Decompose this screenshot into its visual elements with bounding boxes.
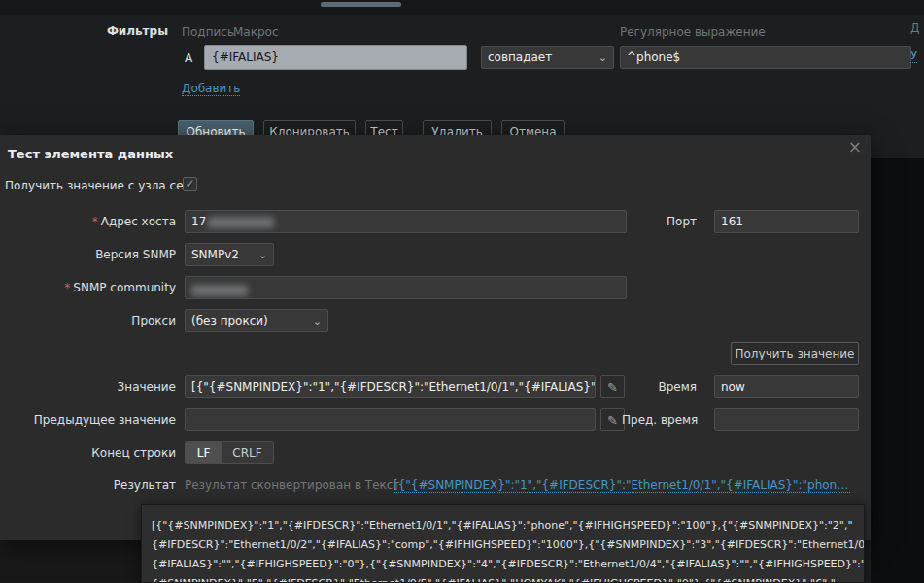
active-tab-indicator xyxy=(321,2,401,7)
chevron-down-icon: ⌄ xyxy=(258,250,267,260)
add-filter-link[interactable]: Добавить xyxy=(182,82,240,96)
page-bottom-area xyxy=(0,540,141,583)
previous-time-input[interactable] xyxy=(714,408,859,431)
chevron-down-icon: ⌄ xyxy=(599,52,607,63)
tooltip-line: {#SNMPINDEX}":"5","{#IFDESCR}":"Ethernet… xyxy=(152,574,854,583)
filter-operator-value: совпадает xyxy=(488,47,552,68)
proxy-select[interactable]: (без прокси) ⌄ xyxy=(185,309,328,332)
eol-option-lf[interactable]: LF xyxy=(186,442,222,463)
previous-value-input[interactable] xyxy=(185,408,596,431)
host-address-label: Адрес хоста xyxy=(101,215,176,228)
result-tooltip: [{"{#SNMPINDEX}":"1","{#IFDESCR}":"Ether… xyxy=(141,504,865,583)
snmp-version-label: Версия SNMP xyxy=(0,248,176,261)
value-label: Значение xyxy=(0,380,176,394)
test-item-dialog: Тест элемента данных × Получить значение… xyxy=(0,135,871,540)
port-label: Порт xyxy=(636,215,697,228)
community-label-wrap: *SNMP community xyxy=(0,281,176,294)
filter-row-name: A xyxy=(185,51,192,65)
get-value-button[interactable]: Получить значение xyxy=(731,342,859,365)
end-of-line-label: Конец строки xyxy=(0,446,176,460)
port-input[interactable]: 161 xyxy=(714,210,859,233)
required-asterisk: * xyxy=(92,215,98,228)
previous-time-label: Пред. время xyxy=(622,413,697,427)
previous-value-label: Предыдущее значение xyxy=(0,413,176,427)
tooltip-line: [{"{#SNMPINDEX}":"1","{#IFDESCR}":"Ether… xyxy=(152,516,854,535)
community-label: SNMP community xyxy=(73,281,176,294)
community-input[interactable] xyxy=(185,276,627,299)
chevron-down-icon: ⌄ xyxy=(313,316,322,326)
tooltip-line: {#IFALIAS}":"","{#IFHIGHSPEED}":"0"},{"{… xyxy=(152,555,854,574)
filter-macro-input[interactable]: {#IFALIAS} xyxy=(204,45,467,70)
host-address-value: 17 xyxy=(191,215,206,228)
value-input[interactable]: [{"{#SNMPINDEX}":"1","{#IFDESCR}":"Ether… xyxy=(185,375,596,398)
checkmark-icon: ✓ xyxy=(185,177,194,190)
result-label: Результат xyxy=(0,478,176,492)
proxy-label: Прокси xyxy=(0,314,176,327)
close-icon[interactable]: × xyxy=(848,139,862,155)
snmp-version-value: SNMPv2 xyxy=(191,244,239,265)
filter-regex-input[interactable]: ^phone$ xyxy=(620,46,911,69)
top-bar xyxy=(0,0,924,15)
pencil-icon: ✎ xyxy=(607,413,618,428)
proxy-value: (без прокси) xyxy=(191,310,268,331)
result-note: Результат сконвертирован в Текст xyxy=(185,478,399,492)
column-header-regex: Регулярное выражение xyxy=(620,25,766,39)
time-input[interactable]: now xyxy=(714,375,859,398)
tooltip-line: {#IFDESCR}":"Ethernet1/0/2","{#IFALIAS}"… xyxy=(152,535,854,555)
get-value-from-host-checkbox[interactable]: ✓ xyxy=(183,177,197,191)
column-header-label: Подпись xyxy=(182,25,234,39)
host-address-input[interactable]: 17 xyxy=(185,210,627,233)
host-address-label-wrap: *Адрес хоста xyxy=(0,215,176,228)
eol-segmented-control: LF CRLF xyxy=(185,441,274,464)
time-label: Время xyxy=(622,380,697,394)
snmp-version-select[interactable]: SNMPv2 ⌄ xyxy=(185,243,274,266)
result-value-link[interactable]: [{"{#SNMPINDEX}":"1","{#IFDESCR}":"Ether… xyxy=(394,478,850,493)
dialog-title: Тест элемента данных xyxy=(8,147,173,161)
redacted-community-blur xyxy=(191,285,248,296)
required-asterisk: * xyxy=(64,281,70,294)
get-value-from-host-label: Получить значение с узла сети xyxy=(5,179,197,192)
filters-label: Фильтры xyxy=(97,24,168,38)
page-right-dark-area xyxy=(871,158,924,583)
item-form-background: Фильтры Подпись Макрос Регулярное выраже… xyxy=(0,0,924,135)
column-header-action-clipped: Д xyxy=(910,21,919,35)
filter-operator-select[interactable]: совпадает ⌄ xyxy=(481,46,614,69)
pencil-icon: ✎ xyxy=(607,380,618,394)
eol-option-crlf[interactable]: CRLF xyxy=(222,442,273,463)
filter-remove-link-clipped[interactable]: У xyxy=(910,49,917,63)
redacted-host-blur xyxy=(208,217,274,228)
column-header-macro: Макрос xyxy=(233,25,279,39)
